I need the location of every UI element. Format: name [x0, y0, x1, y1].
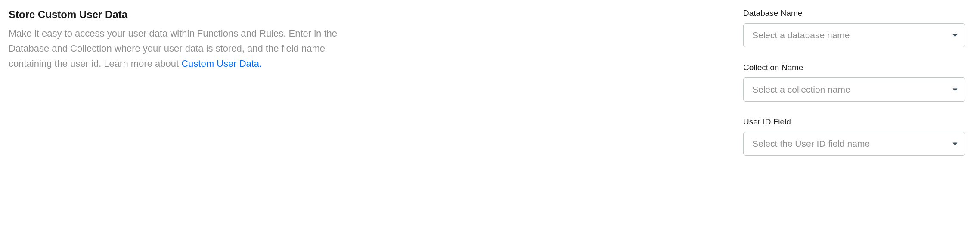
database-name-select[interactable]: Select a database name — [743, 23, 965, 47]
section-title: Store Custom User Data — [9, 9, 362, 21]
user-id-field: User ID Field Select the User ID field n… — [743, 117, 965, 156]
user-id-select-wrapper: Select the User ID field name — [743, 132, 965, 156]
custom-user-data-section: Store Custom User Data Make it easy to a… — [9, 9, 971, 171]
collection-name-label: Collection Name — [743, 63, 965, 72]
description-text: Make it easy to access your user data wi… — [9, 28, 337, 69]
database-name-select-wrapper: Select a database name — [743, 23, 965, 47]
user-id-select[interactable]: Select the User ID field name — [743, 132, 965, 156]
collection-name-select[interactable]: Select a collection name — [743, 77, 965, 102]
collection-name-placeholder: Select a collection name — [752, 84, 850, 95]
section-description: Make it easy to access your user data wi… — [9, 26, 362, 71]
user-id-label: User ID Field — [743, 117, 965, 127]
database-name-placeholder: Select a database name — [752, 30, 850, 40]
collection-name-select-wrapper: Select a collection name — [743, 77, 965, 102]
description-column: Store Custom User Data Make it easy to a… — [9, 9, 370, 171]
form-column: Database Name Select a database name Col… — [743, 9, 971, 171]
collection-name-field: Collection Name Select a collection name — [743, 63, 965, 102]
custom-user-data-link[interactable]: Custom User Data. — [181, 58, 262, 69]
database-name-field: Database Name Select a database name — [743, 9, 965, 47]
database-name-label: Database Name — [743, 9, 965, 18]
user-id-placeholder: Select the User ID field name — [752, 139, 870, 149]
